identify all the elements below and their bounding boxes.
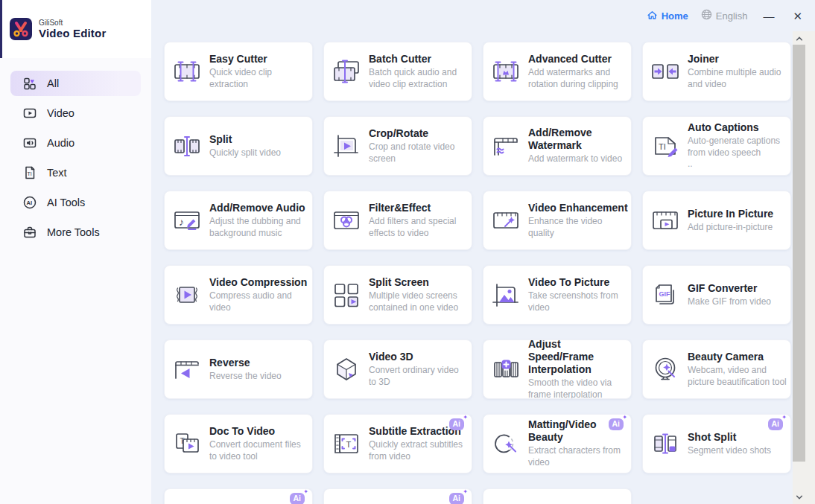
tool-card-adjust-speed-frame-interpolation[interactable]: Adjust Speed/Frame Interpolation Smooth … [483, 339, 632, 399]
batch-cutter-icon [330, 55, 363, 88]
svg-text:♪: ♪ [179, 216, 184, 228]
tool-card-reverse[interactable]: Reverse Reverse the video [164, 339, 313, 399]
tool-card-partial[interactable] [483, 488, 632, 504]
home-button[interactable]: Home [647, 10, 688, 22]
sidebar-item-audio[interactable]: Audio [10, 130, 141, 156]
tool-desc: Convert ordinary video to 3D [369, 365, 469, 388]
tool-desc: Take screenshots from video [528, 290, 628, 313]
sparkle-icon: ✦ [303, 489, 308, 495]
tool-title: Reverse [209, 357, 282, 369]
tool-card-auto-captions[interactable]: TI Auto Captions Auto-generate captions … [642, 116, 791, 176]
sidebar-menu: ♥ All Video Audio TI Text AI AI Tools Mo… [0, 58, 151, 245]
svg-text:GIF: GIF [659, 290, 671, 298]
sidebar-item-ai-tools[interactable]: AI AI Tools [10, 190, 141, 215]
tool-title: Advanced Cutter [528, 53, 628, 66]
video-enhancement-icon [489, 204, 522, 237]
sidebar-item-video[interactable]: Video [10, 101, 141, 126]
tool-desc: Add picture-in-picture [688, 222, 773, 234]
crop-rotate-icon [330, 130, 363, 162]
tool-desc: Smooth the video via frame interpolation [528, 377, 628, 399]
tool-card-partial[interactable]: Ai✦ [164, 488, 313, 504]
tool-card-shot-split[interactable]: Shot Split Segment video shots Ai✦ [642, 414, 791, 473]
easy-cutter-icon [171, 55, 203, 88]
tool-card-crop-rotate[interactable]: Crop/Rotate Crop and rotate video screen [323, 116, 472, 176]
tool-card-split-screen[interactable]: Split Screen Multiple video screens cont… [323, 265, 472, 325]
tool-card-add-remove-audio[interactable]: ♪ Add/Remove Audio Adjust the dubbing an… [164, 191, 313, 250]
split-screen-icon [330, 278, 363, 311]
tool-title: Crop/Rotate [369, 127, 469, 140]
tool-grid: Easy Cutter Quick video clip extraction … [151, 31, 793, 504]
scrollbar-track[interactable] [793, 31, 805, 504]
sidebar-item-all[interactable]: ♥ All [10, 71, 141, 96]
tool-card-subtitle-extraction[interactable]: T Subtitle Extraction Quickly extract su… [323, 414, 472, 473]
home-icon [647, 10, 658, 22]
tool-card-filter-effect[interactable]: Filter&Effect Add filters and special ef… [323, 191, 472, 250]
tool-card-easy-cutter[interactable]: Easy Cutter Quick video clip extraction [164, 42, 313, 101]
ai-badge-label: Ai [453, 419, 461, 428]
video-to-picture-icon [489, 278, 522, 311]
sparkle-icon: ✦ [781, 415, 787, 421]
sidebar: GiliSoft Video Editor ♥ All Video Audio … [0, 0, 151, 504]
tool-card-doc-to-video[interactable]: T Doc To Video Convert document files to… [164, 414, 313, 473]
add-remove-audio-icon: ♪ [171, 204, 203, 237]
tool-title: Doc To Video [209, 425, 309, 438]
add-remove-watermark-icon [489, 130, 522, 162]
tool-card-joiner[interactable]: Joiner Combine multiple audio and video [642, 42, 791, 101]
tool-desc: Reverse the video [209, 371, 282, 383]
tool-title: Joiner [688, 53, 787, 66]
tool-card-advanced-cutter[interactable]: Advanced Cutter Add watermarks and rotat… [483, 42, 632, 101]
scroll-up-arrow[interactable] [793, 33, 805, 44]
tool-card-video-compression[interactable]: Video Compression Compress audio and vid… [164, 265, 313, 325]
tool-title: Split Screen [369, 276, 469, 289]
tool-desc: Compress audio and video [209, 290, 309, 313]
close-button[interactable]: ✕ [790, 9, 805, 23]
tool-card-batch-cutter[interactable]: Batch Cutter Batch quick audio and video… [323, 42, 472, 101]
tool-desc: Add watermark to video [528, 153, 628, 165]
tool-card-split[interactable]: Split Quickly split video [164, 116, 313, 176]
ai-badge-label: Ai [772, 419, 780, 428]
tool-title: Video Compression [209, 276, 309, 289]
sidebar-item-label: More Tools [47, 226, 100, 238]
tool-card-video-3d[interactable]: Video 3D Convert ordinary video to 3D [323, 339, 472, 399]
tool-title: Video To Picture [528, 276, 628, 289]
tool-card-matting-video-beauty[interactable]: Matting/Video Beauty Extract characters … [483, 414, 632, 473]
tool-card-gif-converter[interactable]: GIF GIF Converter Make GIF from video [642, 265, 791, 325]
minimize-button[interactable]: — [760, 9, 777, 23]
tool-card-add-remove-watermark[interactable]: Add/Remove Watermark Add watermark to vi… [483, 116, 632, 176]
tool-desc: Make GIF from video [688, 296, 771, 308]
scrollbar-thumb[interactable] [793, 45, 805, 462]
tool-desc: Quick video clip extraction [209, 67, 309, 90]
tool-card-partial[interactable]: Ai✦ [323, 488, 472, 504]
svg-text:♥: ♥ [31, 77, 34, 85]
sidebar-item-more-tools[interactable]: More Tools [10, 220, 141, 245]
tool-card-beauty-camera[interactable]: Beauty Camera Webcam, video and picture … [642, 339, 791, 399]
brand-company: GiliSoft [39, 19, 106, 28]
ai-badge-label: Ai [612, 419, 621, 428]
tool-card-video-enhancement[interactable]: Video Enhancement Enhance the video qual… [483, 191, 632, 250]
gif-converter-icon: GIF [649, 278, 682, 311]
tool-desc: Quickly split video [209, 147, 281, 159]
sidebar-item-label: All [47, 77, 59, 89]
sidebar-item-text[interactable]: TI Text [10, 160, 141, 185]
sidebar-item-label: AI Tools [47, 197, 85, 208]
tool-title: GIF Converter [688, 282, 771, 295]
scrollbar[interactable] [793, 31, 815, 504]
globe-icon [701, 9, 712, 22]
tool-title: Add/Remove Watermark [528, 127, 628, 152]
sparkle-icon: ✦ [622, 415, 627, 421]
sidebar-item-label: Audio [47, 137, 74, 149]
split-icon [171, 130, 203, 162]
tool-desc: Quickly extract subtitles from video [369, 439, 469, 462]
tool-title: Filter&Effect [369, 202, 469, 214]
tool-title: Beauty Camera [688, 351, 787, 363]
tool-card-picture-in-picture[interactable]: Picture In Picture Add picture-in-pictur… [642, 191, 791, 250]
tool-title: Add/Remove Audio [209, 202, 309, 214]
text-icon: TI [22, 165, 37, 180]
language-button[interactable]: English [701, 9, 748, 22]
reverse-icon [171, 353, 203, 386]
tool-title: Adjust Speed/Frame Interpolation [528, 339, 628, 376]
topbar: Home English — ✕ [151, 0, 815, 31]
tool-desc: Enhance the video quality [528, 216, 628, 239]
tool-card-video-to-picture[interactable]: Video To Picture Take screenshots from v… [483, 265, 632, 325]
scroll-down-arrow[interactable] [793, 491, 805, 503]
